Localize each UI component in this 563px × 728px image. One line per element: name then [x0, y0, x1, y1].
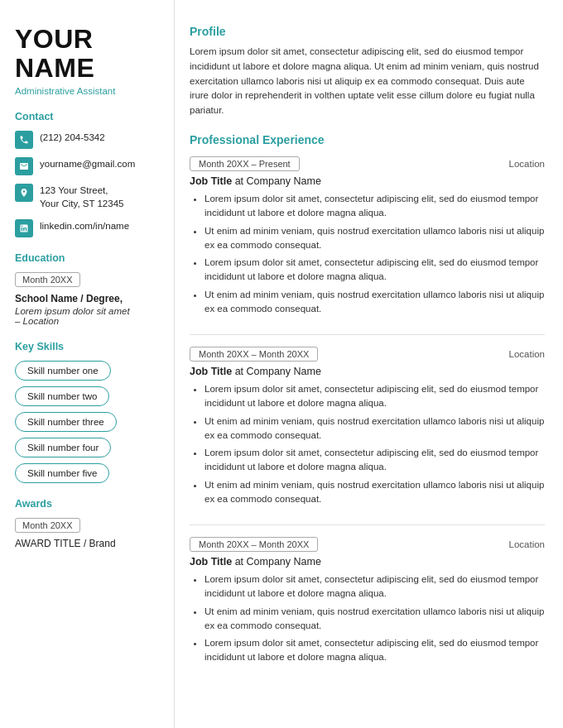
exp-entry-2: Month 20XX – Month 20XX Location Job Tit…: [190, 347, 545, 506]
award-block: Month 20XX AWARD TITLE / Brand: [15, 518, 159, 549]
award-title: AWARD TITLE / Brand: [15, 538, 159, 549]
exp-job-3: Job Title at Company Name: [190, 556, 545, 568]
contact-email: yourname@gmail.com: [15, 157, 159, 175]
phone-text: (212) 204-5342: [40, 131, 105, 144]
skills-label: Key Skills: [15, 341, 159, 352]
exp-entry-1: Month 20XX – Present Location Job Title …: [190, 156, 545, 316]
sidebar: YOUR NAME Administrative Assistant Conta…: [0, 0, 174, 728]
phone-icon: [15, 131, 33, 149]
contact-label: Contact: [15, 111, 159, 122]
name-line1: YOUR: [15, 24, 93, 54]
skill-5: Skill number five: [15, 463, 109, 483]
edu-degree: Lorem ipsum dolor sit amet – Location: [15, 306, 159, 326]
bullet: Ut enim ad minim veniam, quis nostrud ex…: [205, 478, 545, 507]
exp-header-2: Month 20XX – Month 20XX Location: [190, 347, 545, 362]
address-text: 123 Your Street, Your City, ST 12345: [40, 184, 123, 210]
education-label: Education: [15, 252, 159, 264]
main-content: Profile Lorem ipsum dolor sit amet, cons…: [174, 0, 563, 728]
exp-label: Professional Experience: [190, 133, 545, 146]
exp-job-1: Job Title at Company Name: [190, 175, 545, 187]
bullet: Lorem ipsum dolor sit amet, consectetur …: [205, 192, 545, 221]
bullet: Ut enim ad minim veniam, quis nostrud ex…: [205, 224, 545, 253]
contact-address: 123 Your Street, Your City, ST 12345: [15, 184, 159, 210]
exp-entry-3: Month 20XX – Month 20XX Location Job Tit…: [190, 537, 545, 665]
linkedin-text: linkedin.com/in/name: [40, 219, 129, 232]
awards-label: Awards: [15, 498, 159, 510]
profile-text: Lorem ipsum dolor sit amet, consectetur …: [190, 45, 545, 118]
exp-date-1: Month 20XX – Present: [190, 156, 300, 171]
exp-job-2: Job Title at Company Name: [190, 366, 545, 377]
exp-bullets-2: Lorem ipsum dolor sit amet, consectetur …: [190, 382, 545, 506]
linkedin-icon: [15, 219, 33, 237]
exp-bullets-3: Lorem ipsum dolor sit amet, consectetur …: [190, 572, 545, 665]
exp-date-3: Month 20XX – Month 20XX: [190, 537, 318, 552]
bullet: Ut enim ad minim veniam, quis nostrud ex…: [205, 414, 545, 443]
exp-header-3: Month 20XX – Month 20XX Location: [190, 537, 545, 552]
bullet: Lorem ipsum dolor sit amet, consectetur …: [205, 446, 545, 475]
divider-1: [190, 334, 545, 335]
email-icon: [15, 157, 33, 175]
bullet: Lorem ipsum dolor sit amet, consectetur …: [205, 256, 545, 285]
bullet: Ut enim ad minim veniam, quis nostrud ex…: [205, 605, 545, 634]
location-icon: [15, 184, 33, 202]
award-date: Month 20XX: [15, 518, 80, 533]
edu-school: School Name / Degree,: [15, 293, 159, 304]
bullet: Ut enim ad minim veniam, quis nostrud ex…: [205, 288, 545, 317]
education-block: Month 20XX School Name / Degree, Lorem i…: [15, 272, 159, 326]
email-text: yourname@gmail.com: [40, 157, 135, 170]
name-display: YOUR NAME: [15, 25, 159, 83]
job-title: Administrative Assistant: [15, 86, 159, 96]
skill-4: Skill number four: [15, 438, 111, 457]
exp-bullets-1: Lorem ipsum dolor sit amet, consectetur …: [190, 192, 545, 316]
skill-3: Skill number three: [15, 412, 117, 432]
name-block: YOUR NAME Administrative Assistant: [15, 25, 159, 96]
contact-linkedin: linkedin.com/in/name: [15, 219, 159, 237]
name-line2: NAME: [15, 53, 94, 83]
skills-list: Skill number one Skill number two Skill …: [15, 361, 159, 483]
skill-1: Skill number one: [15, 361, 111, 381]
exp-location-3: Location: [509, 539, 545, 549]
exp-location-1: Location: [509, 159, 545, 169]
bullet: Lorem ipsum dolor sit amet, consectetur …: [205, 636, 545, 665]
exp-date-2: Month 20XX – Month 20XX: [190, 347, 318, 362]
contact-phone: (212) 204-5342: [15, 131, 159, 149]
skill-2: Skill number two: [15, 386, 109, 406]
bullet: Lorem ipsum dolor sit amet, consectetur …: [205, 572, 545, 601]
bullet: Lorem ipsum dolor sit amet, consectetur …: [205, 382, 545, 411]
exp-location-2: Location: [509, 349, 545, 359]
profile-label: Profile: [190, 25, 545, 38]
edu-date: Month 20XX: [15, 272, 80, 287]
exp-header-1: Month 20XX – Present Location: [190, 156, 545, 171]
divider-2: [190, 524, 545, 525]
resume-page: YOUR NAME Administrative Assistant Conta…: [0, 0, 563, 728]
